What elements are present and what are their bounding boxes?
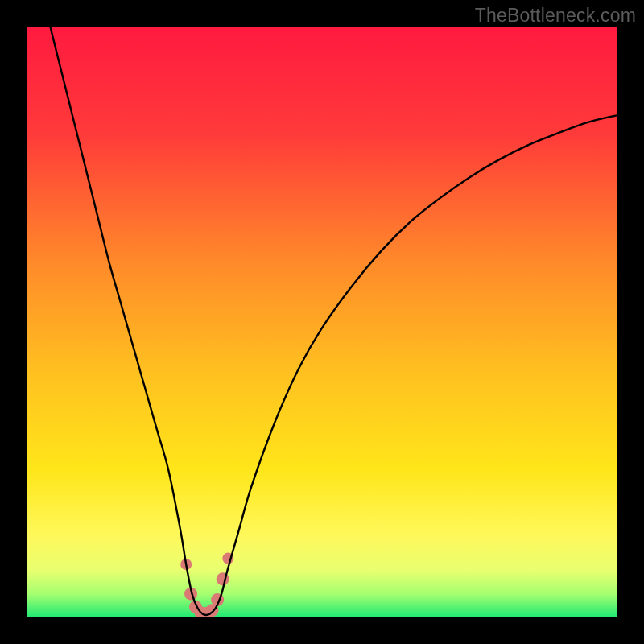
bottom-markers bbox=[180, 553, 233, 617]
chart-frame: TheBottleneck.com bbox=[0, 0, 644, 644]
chart-svg bbox=[27, 27, 617, 617]
watermark-text: TheBottleneck.com bbox=[475, 5, 636, 27]
bottleneck-curve bbox=[50, 27, 617, 615]
plot-area bbox=[27, 27, 617, 617]
